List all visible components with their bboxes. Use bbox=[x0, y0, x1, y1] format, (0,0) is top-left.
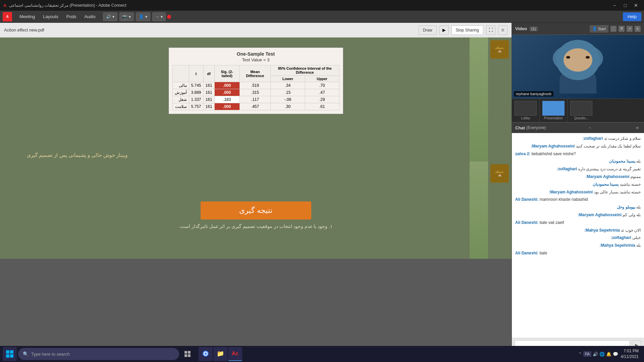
svg-rect-5 bbox=[188, 351, 191, 354]
university-logo-text: دانشگاه🏫 bbox=[495, 47, 504, 53]
row-label-salamat: سلامت bbox=[172, 103, 189, 110]
chat-message-text: خسته نباشید بسیار عالی بود bbox=[594, 190, 641, 194]
menu-meeting[interactable]: Meeting bbox=[16, 13, 38, 20]
video-more-button[interactable]: ≡ bbox=[635, 26, 641, 32]
camera-toolbar-button[interactable]: 📷 ▾ bbox=[119, 12, 134, 21]
table-title: One-Sample Test bbox=[172, 51, 339, 57]
chat-more-button[interactable]: ≡ bbox=[634, 124, 641, 131]
start-video-button[interactable]: 👤 Start bbox=[590, 25, 608, 33]
task-view-icon bbox=[184, 351, 191, 357]
file-explorer-icon: 📁 bbox=[217, 350, 224, 357]
chat-message: zahra 2: bebakhshid save mishe? bbox=[515, 151, 641, 157]
chat-bubble-icon[interactable]: 💬 bbox=[613, 352, 618, 357]
maximize-button[interactable]: □ bbox=[621, 1, 630, 10]
person-video-icon: 👤 bbox=[592, 26, 597, 31]
svg-rect-7 bbox=[188, 354, 191, 357]
fullscreen-icon: ⛶ bbox=[489, 27, 493, 33]
notification-icon[interactable]: 🔔 bbox=[606, 352, 611, 357]
chat-message: تغییر گزینه ی درست درد پیشتری داره zolfa… bbox=[515, 166, 641, 172]
title-bar: A مرکز تحقیقات روانشناسی اجتماعی (Presen… bbox=[0, 0, 644, 11]
task-view-button[interactable] bbox=[180, 347, 195, 361]
chat-sender-name: بیوملو وحل bbox=[617, 205, 635, 209]
row-sig-shoql: .183 bbox=[214, 96, 239, 103]
page2-text: ١. وجود یا عدم وجود انتخاب در موقعیت تصم… bbox=[152, 224, 360, 229]
chat-section: Chat (Everyone) − ≡ سلام و شکر درست ثد z… bbox=[512, 122, 644, 362]
row-upper-shoql: .29 bbox=[305, 96, 339, 103]
language-indicator: FA bbox=[583, 351, 591, 357]
grid-view-button[interactable]: ⋮ bbox=[610, 26, 616, 32]
arrow-toolbar-button[interactable]: → ▾ bbox=[152, 12, 166, 21]
adobe-icon: A bbox=[3, 3, 6, 8]
row-sig-amoozesh: .000 bbox=[214, 89, 239, 96]
row-lower-salamat: .30 bbox=[271, 103, 305, 110]
university-logo-2: دانشگاه🏫 bbox=[490, 164, 509, 183]
help-button[interactable]: Help bbox=[623, 12, 641, 21]
chat-message: بله بیوملو وحل bbox=[515, 204, 641, 210]
menu-layouts[interactable]: Layouts bbox=[40, 13, 62, 20]
question-panel-thumb[interactable]: Questio... bbox=[568, 99, 595, 122]
presentation-panel-thumb[interactable]: Presentation bbox=[540, 99, 568, 122]
row-label-shoql: شغل bbox=[172, 96, 189, 103]
window-title: مرکز تحقیقات روانشناسی اجتماعی (Presenta… bbox=[9, 3, 126, 8]
taskbar-system-tray: ⌃ FA 🔊 🌐 🔔 💬 bbox=[578, 351, 618, 357]
person-icon: 👤 bbox=[139, 14, 144, 19]
speaker-icon[interactable]: 🔊 bbox=[593, 352, 598, 357]
chat-minimize-button[interactable]: − bbox=[587, 124, 593, 131]
chat-message: Ali Daneshi: mamnoon khaste nabashid bbox=[515, 197, 641, 202]
video-section: Video (1) 👤 Start ⋮ ∇ ↗ ≡ bbox=[512, 23, 644, 99]
pointer-tool-button[interactable]: ▶ bbox=[439, 25, 449, 35]
start-label: Start bbox=[598, 27, 606, 31]
more-options-button[interactable]: ≡ bbox=[498, 25, 507, 35]
row-t-salamat: 5.757 bbox=[189, 103, 203, 110]
chat-message-text: mamnoon khaste nabashid bbox=[540, 197, 588, 202]
chat-sender-name: Maryam Aghahosseini: bbox=[549, 190, 593, 194]
search-placeholder-text: Type here to search bbox=[31, 352, 70, 357]
presentation-label: Presentation bbox=[544, 116, 563, 120]
arrow-icon: → bbox=[155, 14, 159, 19]
chevron-up-icon[interactable]: ⌃ bbox=[578, 352, 582, 357]
stop-sharing-button[interactable]: Stop Sharing bbox=[451, 25, 483, 35]
start-button[interactable] bbox=[3, 347, 17, 361]
video-header: Video (1) 👤 Start ⋮ ∇ ↗ ≡ bbox=[512, 23, 644, 35]
windows-logo-icon bbox=[6, 350, 13, 358]
person-toolbar-button[interactable]: 👤 ▾ bbox=[136, 12, 150, 21]
chrome-icon bbox=[202, 350, 209, 357]
chat-message-text: بله bbox=[636, 243, 641, 248]
row-upper-amoozesh: .47 bbox=[305, 89, 339, 96]
filmstrip-button[interactable]: ∇ bbox=[619, 26, 625, 32]
search-icon: 🔍 bbox=[23, 351, 29, 357]
chat-sender-name: Ali Daneshi: bbox=[515, 251, 540, 255]
row-upper-mali: .70 bbox=[305, 82, 339, 89]
camera-dropdown-icon: ▾ bbox=[129, 14, 131, 19]
taskbar-right: ⌃ FA 🔊 🌐 🔔 💬 7:01 PM 4/11/2021 bbox=[578, 348, 641, 360]
menu-bar: A Meeting Layouts Pods Audio 🔊 ▾ 📷 ▾ 👤 ▾… bbox=[0, 11, 644, 23]
network-icon[interactable]: 🌐 bbox=[599, 352, 605, 357]
menu-audio[interactable]: Audio bbox=[81, 13, 99, 20]
table-header-mean: Mean Difference bbox=[239, 65, 270, 82]
video-count-badge: (1) bbox=[530, 26, 537, 31]
menu-pods[interactable]: Pods bbox=[63, 13, 80, 20]
taskbar-search-box[interactable]: 🔍 Type here to search bbox=[18, 348, 179, 360]
chat-sender-name: Mahya Sepehrinia: bbox=[600, 243, 635, 248]
chat-message: سلام و شکر درست ثد zolfaghari: bbox=[515, 136, 641, 141]
close-button[interactable]: ✕ bbox=[631, 1, 641, 10]
chat-message-text: تغییر گزینه ی درست درد پیشتری داره bbox=[578, 167, 641, 171]
chat-header: Chat (Everyone) − ≡ bbox=[512, 122, 644, 133]
audio-toolbar-button[interactable]: 🔊 ▾ bbox=[103, 12, 117, 21]
resize-button[interactable]: ↗ bbox=[627, 26, 633, 32]
taskbar-chrome-button[interactable] bbox=[199, 347, 213, 361]
row-df-mali: 161 bbox=[203, 82, 214, 89]
lobby-panel-thumb[interactable]: Lobby bbox=[512, 99, 540, 122]
chat-message-text: bebakhshid save mishe? bbox=[532, 152, 576, 156]
svg-rect-1 bbox=[10, 350, 13, 354]
document-title: Action effect new.pdf bbox=[4, 27, 416, 33]
minimize-button[interactable]: − bbox=[610, 1, 619, 10]
taskbar-adobe-button[interactable]: Ac bbox=[228, 347, 242, 361]
fullscreen-button[interactable]: ⛶ bbox=[486, 25, 495, 35]
chat-message: بله Mahya Sepehrinia: bbox=[515, 243, 641, 248]
table-header-upper: Upper bbox=[305, 76, 339, 82]
draw-button[interactable]: Draw bbox=[419, 25, 437, 35]
taskbar-explorer-button[interactable]: 📁 bbox=[213, 347, 227, 361]
chat-sender-name: zolfaghari: bbox=[557, 167, 577, 171]
table-header-sig: Sig. (2-tailed) bbox=[214, 65, 239, 82]
